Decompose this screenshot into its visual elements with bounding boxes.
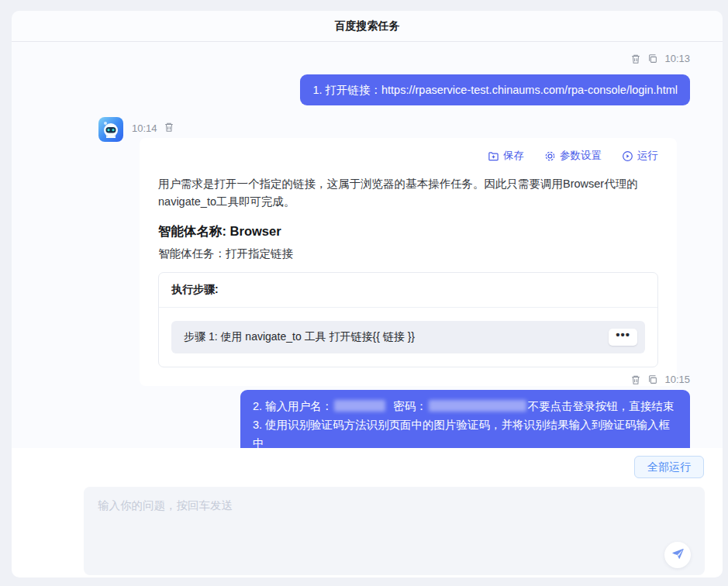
run-label: 运行 <box>637 149 658 163</box>
step-row-1[interactable]: 步骤 1: 使用 navigate_to 工具 打开链接{{ 链接 }} ••• <box>171 321 645 353</box>
window-header: 百度搜索任务 <box>12 11 723 42</box>
save-button[interactable]: 保存 <box>488 149 524 163</box>
user-message-1-text: 1. 打开链接：https://rpaservice-test.chinaums… <box>312 84 678 96</box>
redacted-password <box>429 400 526 412</box>
send-button[interactable] <box>664 542 691 568</box>
step-1-text: 步骤 1: 使用 navigate_to 工具 打开链接{{ 链接 }} <box>184 330 415 344</box>
message-input-wrap <box>84 487 705 575</box>
bot-card-toolbar: 保存 参数设置 <box>158 149 658 163</box>
line1-prefix: 2. 输入用户名： <box>253 400 333 412</box>
bot-message-card: 保存 参数设置 <box>140 138 677 386</box>
steps-panel: 执行步骤: 步骤 1: 使用 navigate_to 工具 打开链接{{ 链接 … <box>158 272 658 367</box>
chat-area: 10:13 1. 打开链接：https://rpaservice-test.ch… <box>12 42 723 448</box>
message-input[interactable] <box>84 487 705 575</box>
user-message-1: 1. 打开链接：https://rpaservice-test.chinaums… <box>300 74 690 105</box>
gear-icon <box>544 150 556 162</box>
play-circle-icon <box>622 150 633 162</box>
composer-panel: 全部运行 <box>12 448 723 577</box>
agent-name-heading: 智能体名称: Browser <box>158 223 658 240</box>
user-message-2-line2: 3. 使用识别验证码方法识别页面中的图片验证码，并将识别结果输入到验证码输入框中 <box>253 415 678 453</box>
copy-icon[interactable] <box>647 374 658 385</box>
paper-plane-icon <box>671 546 685 564</box>
run-button[interactable]: 运行 <box>622 149 658 163</box>
params-button[interactable]: 参数设置 <box>544 149 602 163</box>
step-more-button[interactable]: ••• <box>609 329 637 346</box>
line1-mid: 密码： <box>393 400 427 412</box>
save-label: 保存 <box>503 149 524 163</box>
bot-analysis-text: 用户需求是打开一个指定的链接，这属于浏览器的基本操作任务。因此只需要调用Brow… <box>158 175 658 211</box>
delete-icon[interactable] <box>630 374 641 385</box>
message1-meta: 10:13 <box>630 53 690 64</box>
bot-message-timestamp: 10:14 <box>132 122 157 134</box>
delete-icon[interactable] <box>630 53 641 64</box>
agent-task-text: 智能体任务：打开指定链接 <box>158 246 658 261</box>
message1-timestamp: 10:13 <box>664 53 690 64</box>
save-icon <box>488 150 499 162</box>
delete-icon[interactable] <box>164 122 174 135</box>
message2-timestamp: 10:15 <box>664 374 690 385</box>
steps-panel-body: 步骤 1: 使用 navigate_to 工具 打开链接{{ 链接 }} ••• <box>159 308 657 367</box>
chat-window: 百度搜索任务 10:13 1. 打开链接：https://rpaservice-… <box>12 11 723 577</box>
message2-meta: 10:15 <box>630 374 690 385</box>
user-message-2-line1: 2. 输入用户名：密码：不要点击登录按钮，直接结束 <box>253 397 678 415</box>
bot-avatar <box>98 117 123 142</box>
bot-message-meta: 10:14 <box>132 122 174 135</box>
page-title: 百度搜索任务 <box>335 19 400 33</box>
redacted-username <box>334 400 385 412</box>
run-all-button[interactable]: 全部运行 <box>634 456 704 478</box>
copy-icon[interactable] <box>647 53 658 64</box>
steps-panel-title: 执行步骤: <box>159 273 657 308</box>
line1-suffix: 不要点击登录按钮，直接结束 <box>528 400 675 412</box>
params-label: 参数设置 <box>560 149 602 163</box>
